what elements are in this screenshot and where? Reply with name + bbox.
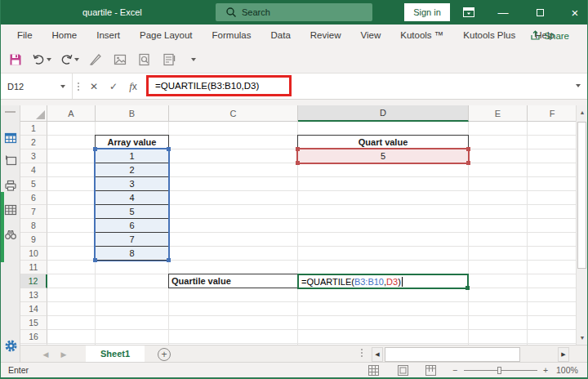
panel-handle-icon[interactable] xyxy=(5,111,16,113)
ribbon-tab-insert[interactable]: Insert xyxy=(87,25,130,47)
cell-b10[interactable]: 8 xyxy=(96,247,168,261)
find-pane-button[interactable] xyxy=(4,228,17,241)
scroll-down-button[interactable]: ▼ xyxy=(577,331,588,345)
ribbon-tab-formulas[interactable]: Formulas xyxy=(203,25,261,47)
cell-b5[interactable]: 3 xyxy=(96,177,168,191)
row-header-2[interactable]: 2 xyxy=(20,136,47,149)
row-header-15[interactable]: 15 xyxy=(20,316,47,330)
save-button[interactable] xyxy=(7,51,24,69)
ribbon-tab-page-layout[interactable]: Page Layout xyxy=(130,25,203,47)
scroll-up-button[interactable]: ▲ xyxy=(577,105,588,119)
row-header-9[interactable]: 9 xyxy=(20,233,47,247)
row-header-14[interactable]: 14 xyxy=(20,302,47,316)
column-header-E[interactable]: E xyxy=(469,105,528,122)
plus-icon: + xyxy=(161,350,167,359)
row-header-3[interactable]: 3 xyxy=(20,149,47,163)
horizontal-scroll-thumb[interactable] xyxy=(385,347,520,362)
zoom-in-button[interactable]: + xyxy=(540,363,551,378)
ribbon-display-options-button[interactable] xyxy=(457,0,481,25)
page-break-preview-button[interactable] xyxy=(424,364,437,377)
vertical-scrollbar[interactable]: ▲ ▼ xyxy=(576,105,587,345)
row-header-16[interactable]: 16 xyxy=(20,330,47,344)
column-header-C[interactable]: C xyxy=(169,105,298,122)
sheet-tab-sheet1[interactable]: Sheet1 xyxy=(86,346,145,363)
select-all-button[interactable] xyxy=(20,105,47,122)
expand-formula-bar-icon[interactable] xyxy=(576,84,581,87)
prev-sheet-button[interactable]: ◀ xyxy=(38,346,53,363)
row-header-1[interactable]: 1 xyxy=(20,122,47,136)
spreadsheet: ABCDEF 12345678910111213141516Array valu… xyxy=(20,105,587,345)
column-header-D[interactable]: D xyxy=(298,105,469,122)
row-header-12[interactable]: 12 xyxy=(20,274,47,288)
minimize-button[interactable]: — xyxy=(491,0,515,25)
print-pane-button[interactable] xyxy=(4,179,17,192)
column-header-F[interactable]: F xyxy=(528,105,577,122)
redo-button[interactable] xyxy=(60,53,79,66)
kutools-pane-accent-strip[interactable] xyxy=(1,192,4,262)
name-box[interactable]: D12 xyxy=(1,74,73,99)
zoom-slider-thumb[interactable] xyxy=(497,367,501,374)
row-header-11[interactable]: 11 xyxy=(20,261,47,274)
page-layout-view-button[interactable] xyxy=(396,364,409,377)
cell-b9[interactable]: 7 xyxy=(96,233,168,247)
row-header-8[interactable]: 8 xyxy=(20,219,47,233)
range-handle xyxy=(466,147,470,151)
row-header-7[interactable]: 7 xyxy=(20,205,47,219)
cell-b7[interactable]: 5 xyxy=(96,205,168,219)
undo-button[interactable] xyxy=(32,53,51,66)
zoom-slider[interactable] xyxy=(464,370,537,371)
columns-pane-button[interactable] xyxy=(4,203,17,216)
cancel-icon: ✕ xyxy=(90,81,98,92)
ribbon-tab-home[interactable]: Home xyxy=(42,25,87,47)
row-header-13[interactable]: 13 xyxy=(20,288,47,302)
cell-b4[interactable]: 2 xyxy=(96,163,168,177)
cell-c12-quartile-value-label[interactable]: Quartile value xyxy=(168,274,298,288)
ribbon-tab-kutools[interactable]: Kutools ™ xyxy=(390,25,453,47)
scroll-right-button[interactable]: ▶ xyxy=(558,347,569,362)
zoom-out-button[interactable]: − xyxy=(449,363,461,378)
enter-entry-button[interactable]: ✓ xyxy=(104,74,123,99)
next-sheet-button[interactable]: ▶ xyxy=(56,346,71,363)
row-header-4[interactable]: 4 xyxy=(20,163,47,177)
row-header-5[interactable]: 5 xyxy=(20,177,47,191)
share-button[interactable]: Share xyxy=(523,27,576,44)
column-header-A[interactable]: A xyxy=(47,105,96,122)
grid-body[interactable]: 12345678910111213141516Array value123456… xyxy=(20,122,576,345)
ribbon-tab-view[interactable]: View xyxy=(351,25,391,47)
draw-tool-button[interactable] xyxy=(87,51,104,69)
cell-b8[interactable]: 6 xyxy=(96,219,168,233)
tab-scroll-divider[interactable] xyxy=(361,349,363,357)
customize-qat-button[interactable] xyxy=(185,51,202,69)
cancel-entry-button[interactable]: ✕ xyxy=(84,74,104,99)
normal-view-button[interactable] xyxy=(367,364,380,377)
maximize-button[interactable] xyxy=(528,0,552,25)
scroll-left-button[interactable]: ◀ xyxy=(372,347,383,362)
print-preview-button[interactable] xyxy=(136,51,153,69)
vertical-scroll-thumb[interactable] xyxy=(577,122,586,269)
row-header-10[interactable]: 10 xyxy=(20,247,47,261)
sign-in-button[interactable]: Sign in xyxy=(404,3,450,21)
cell-d12-formula-edit[interactable]: =QUARTILE(B3:B10,D3) xyxy=(297,274,469,289)
fill-handle[interactable] xyxy=(466,286,470,290)
formula-input[interactable]: =QUARTILE(B3:B10,D3) xyxy=(143,74,587,99)
ribbon-tab-data[interactable]: Data xyxy=(261,25,301,47)
ribbon-tab-review[interactable]: Review xyxy=(301,25,351,47)
picture-button[interactable] xyxy=(112,51,128,69)
settings-button[interactable] xyxy=(4,339,17,352)
insert-function-button[interactable]: fx xyxy=(123,74,143,99)
snap-pane-button[interactable] xyxy=(4,154,17,167)
column-header-B[interactable]: B xyxy=(96,105,169,122)
cell-b6[interactable]: 4 xyxy=(96,191,168,205)
close-button[interactable]: × xyxy=(563,0,587,25)
formula-segment: =QUARTILE( xyxy=(301,277,354,287)
new-sheet-button[interactable]: + xyxy=(158,348,171,361)
cell-b3[interactable]: 1 xyxy=(96,149,168,163)
search-box[interactable]: Search xyxy=(216,3,372,21)
row-header-6[interactable]: 6 xyxy=(20,191,47,205)
workbook-pane-button[interactable] xyxy=(4,132,17,145)
ribbon-tab-kutools-plus[interactable]: Kutools Plus xyxy=(453,25,525,47)
range-b3-b10[interactable]: 12345678 xyxy=(94,148,170,261)
notes-button[interactable] xyxy=(161,51,177,69)
cell-d3-quart-input[interactable]: 5 xyxy=(296,148,470,164)
ribbon-tab-file[interactable]: File xyxy=(7,25,42,47)
